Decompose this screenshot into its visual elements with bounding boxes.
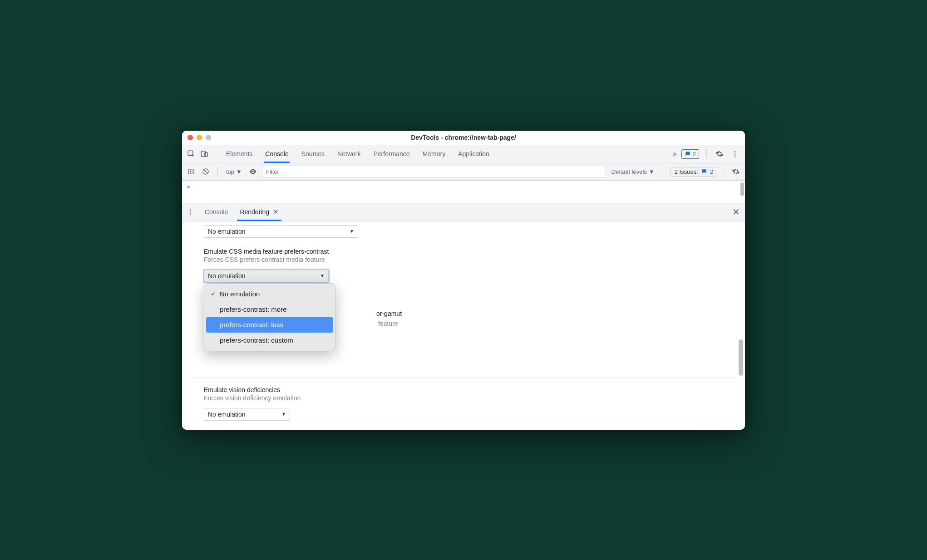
- svg-point-8: [190, 209, 191, 211]
- filter-input[interactable]: [262, 166, 605, 177]
- top-select-wrap: No emulation ▼: [204, 225, 737, 238]
- svg-point-5: [735, 155, 736, 157]
- device-toolbar-icon[interactable]: [198, 147, 211, 160]
- tab-console[interactable]: Console: [265, 145, 288, 163]
- prefers-contrast-dropdown: No emulation prefers-contrast: more pref…: [204, 283, 335, 351]
- divider: [664, 167, 664, 176]
- toggle-sidebar-icon[interactable]: [186, 166, 197, 177]
- drawer-tab-console[interactable]: Console: [200, 203, 232, 221]
- scrollbar-thumb[interactable]: [740, 182, 744, 196]
- prefers-contrast-section: Emulate CSS media feature prefers-contra…: [204, 248, 737, 282]
- vision-deficiencies-section: Emulate vision deficiencies Forces visio…: [204, 386, 737, 421]
- console-settings-gear-icon[interactable]: [730, 166, 741, 177]
- drawer-more-icon[interactable]: [185, 206, 196, 217]
- tabstrip-right: » 2: [673, 148, 742, 159]
- dropdown-caret-icon: ▼: [350, 229, 354, 234]
- section-description: Forces CSS prefers-contrast media featur…: [204, 256, 737, 263]
- messages-count: 2: [693, 151, 696, 157]
- live-expression-icon[interactable]: [247, 166, 258, 177]
- dropdown-option[interactable]: prefers-contrast: custom: [206, 333, 333, 348]
- window-title: DevTools - chrome://new-tab-page/: [182, 134, 745, 141]
- messages-badge[interactable]: 2: [681, 149, 699, 159]
- message-icon: [701, 168, 707, 175]
- select-wrapper: No emulation ▼ No emulation prefers-cont…: [204, 270, 737, 282]
- scrollbar-thumb[interactable]: [739, 339, 743, 376]
- select-value: No emulation: [208, 228, 246, 235]
- settings-gear-icon[interactable]: [714, 148, 725, 159]
- dropdown-option[interactable]: prefers-contrast: less: [206, 317, 333, 333]
- clear-console-icon[interactable]: [200, 166, 211, 177]
- section-description: Forces vision deficiency emulation: [204, 394, 737, 402]
- divider: [215, 149, 215, 158]
- close-tab-icon[interactable]: ✕: [273, 208, 279, 216]
- levels-label: Default levels: [611, 168, 647, 175]
- dropdown-caret-icon: ▼: [649, 168, 655, 175]
- vision-deficiency-select[interactable]: No emulation ▼: [204, 408, 290, 421]
- svg-point-4: [735, 153, 736, 155]
- divider: [706, 149, 707, 158]
- titlebar: DevTools - chrome://new-tab-page/: [182, 131, 745, 145]
- close-drawer-icon[interactable]: ✕: [730, 206, 742, 218]
- drawer-tab-label: Rendering: [240, 208, 269, 216]
- drawer-tab-rendering[interactable]: Rendering ✕: [235, 203, 283, 221]
- inspect-element-icon[interactable]: [185, 147, 197, 160]
- issues-label: 2 Issues:: [675, 168, 698, 175]
- svg-point-9: [190, 211, 191, 213]
- color-gamut-title-partial: or-gamut: [376, 310, 402, 317]
- tab-performance[interactable]: Performance: [373, 145, 409, 163]
- console-toolbar: top ▼ Default levels ▼ 2 Issues: 2: [182, 163, 745, 181]
- tab-network[interactable]: Network: [337, 145, 360, 163]
- minimize-window-button[interactable]: [197, 135, 202, 140]
- drawer-tabstrip: Console Rendering ✕ ✕: [182, 203, 745, 221]
- log-levels-selector[interactable]: Default levels ▼: [609, 168, 657, 175]
- zoom-window-button[interactable]: [206, 135, 211, 140]
- divider: [217, 167, 218, 176]
- svg-point-3: [735, 151, 736, 152]
- prefers-contrast-select[interactable]: No emulation ▼: [204, 270, 329, 282]
- console-body[interactable]: >: [182, 181, 745, 203]
- dropdown-caret-icon: ▼: [320, 273, 325, 278]
- divider: [724, 167, 724, 176]
- rendering-select[interactable]: No emulation ▼: [204, 225, 358, 238]
- tab-application[interactable]: Application: [458, 145, 489, 163]
- tab-memory[interactable]: Memory: [423, 145, 446, 163]
- issues-count: 2: [710, 168, 713, 175]
- main-tabstrip: Elements Console Sources Network Perform…: [182, 145, 745, 163]
- select-value: No emulation: [208, 411, 246, 418]
- section-divider: [190, 378, 737, 378]
- more-options-icon[interactable]: [730, 148, 740, 159]
- drawer-tab-label: Console: [205, 208, 228, 216]
- console-prompt-icon: >: [187, 183, 190, 190]
- rendering-pane: No emulation ▼ Emulate CSS media feature…: [182, 221, 745, 430]
- dropdown-option[interactable]: prefers-contrast: more: [206, 302, 333, 317]
- section-title: Emulate CSS media feature prefers-contra…: [204, 248, 737, 255]
- dropdown-caret-icon: ▼: [281, 412, 286, 417]
- tab-elements[interactable]: Elements: [226, 145, 252, 163]
- issues-badge[interactable]: 2 Issues: 2: [671, 167, 717, 177]
- main-tabs: Elements Console Sources Network Perform…: [219, 145, 672, 163]
- context-label: top: [226, 168, 234, 175]
- more-tabs-chevron-icon[interactable]: »: [673, 150, 677, 158]
- tab-sources[interactable]: Sources: [301, 145, 325, 163]
- close-window-button[interactable]: [187, 135, 193, 140]
- dropdown-caret-icon: ▼: [236, 168, 242, 175]
- dropdown-option[interactable]: No emulation: [206, 286, 333, 302]
- devtools-window: DevTools - chrome://new-tab-page/ Elemen…: [182, 131, 745, 430]
- window-controls: [187, 135, 211, 140]
- select-value: No emulation: [208, 272, 246, 280]
- context-selector[interactable]: top ▼: [224, 168, 244, 175]
- section-title: Emulate vision deficiencies: [204, 386, 737, 393]
- select-wrapper: No emulation ▼: [204, 408, 737, 421]
- message-icon: [685, 151, 691, 157]
- color-gamut-desc-partial: feature: [378, 320, 398, 327]
- svg-point-10: [190, 213, 191, 215]
